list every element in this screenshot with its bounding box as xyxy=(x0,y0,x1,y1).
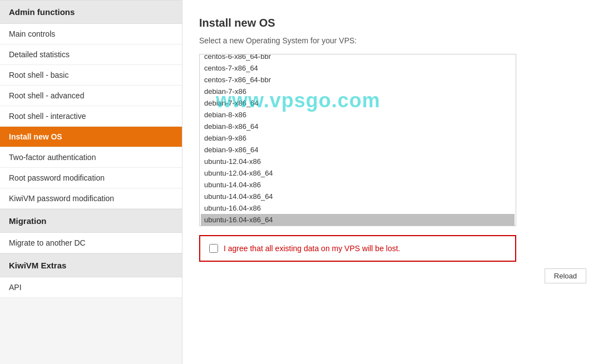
sidebar-section-header-migration: Migration xyxy=(0,209,182,233)
sidebar-item-main-controls[interactable]: Main controls xyxy=(0,24,182,44)
os-option[interactable]: ubuntu-14.04-x86_64 xyxy=(201,191,515,202)
os-option[interactable]: debian-9-x86 xyxy=(201,132,515,144)
os-option[interactable]: debian-7-x86 xyxy=(201,86,515,97)
sidebar-item-two-factor-auth[interactable]: Two-factor authentication xyxy=(0,147,182,168)
agreement-checkbox[interactable] xyxy=(209,244,218,253)
sidebar-item-install-new-os[interactable]: Install new OS xyxy=(0,127,182,147)
os-option[interactable]: ubuntu-14.04-x86 xyxy=(201,179,515,191)
os-option[interactable]: debian-8-x86_64 xyxy=(201,121,515,132)
os-select-container[interactable]: centos-6-x86_64-centos-6-x86_64-bbrcento… xyxy=(199,54,516,226)
sidebar-item-detailed-statistics[interactable]: Detailed statistics xyxy=(0,44,182,65)
sidebar-item-root-shell-basic[interactable]: Root shell - basic xyxy=(0,65,182,86)
main-content: Install new OS Select a new Operating Sy… xyxy=(182,0,603,364)
page-subtitle: Select a new Operating System for your V… xyxy=(199,36,586,45)
reload-btn-container: Reload xyxy=(269,268,586,283)
os-option[interactable]: ubuntu-12.04-x86 xyxy=(201,156,515,167)
sidebar: Admin functionsMain controlsDetailed sta… xyxy=(0,0,182,364)
agreement-box: I agree that all existing data on my VPS… xyxy=(199,235,516,262)
page-title: Install new OS xyxy=(199,17,586,29)
sidebar-item-api[interactable]: API xyxy=(0,277,182,298)
os-option[interactable]: debian-9-x86_64 xyxy=(201,144,515,156)
os-option[interactable]: ubuntu-12.04-x86_64 xyxy=(201,167,515,179)
sidebar-item-root-shell-interactive[interactable]: Root shell - interactive xyxy=(0,106,182,127)
sidebar-section-header-kiwivm-extras: KiwiVM Extras xyxy=(0,253,182,277)
sidebar-item-kiwi-password-modification[interactable]: KiwiVM password modification xyxy=(0,188,182,209)
os-option[interactable]: centos-7-x86_64-bbr xyxy=(201,74,515,86)
sidebar-item-root-password-modification[interactable]: Root password modification xyxy=(0,168,182,188)
os-option[interactable]: centos-7-x86_64 xyxy=(201,62,515,74)
sidebar-item-root-shell-advanced[interactable]: Root shell - advanced xyxy=(0,86,182,106)
agreement-text: I agree that all existing data on my VPS… xyxy=(224,244,401,253)
os-option[interactable]: debian-7-x86_64 xyxy=(201,97,515,109)
reload-button[interactable]: Reload xyxy=(545,268,586,283)
os-option[interactable]: debian-8-x86 xyxy=(201,109,515,121)
os-select[interactable]: centos-6-x86_64-centos-6-x86_64-bbrcento… xyxy=(200,54,516,226)
os-option[interactable]: ubuntu-16.04-x86_64 xyxy=(201,214,515,226)
os-option[interactable]: ubuntu-16.04-x86 xyxy=(201,202,515,214)
sidebar-section-header-admin-functions: Admin functions xyxy=(0,0,182,24)
sidebar-item-migrate-dc[interactable]: Migrate to another DC xyxy=(0,233,182,253)
os-option[interactable]: centos-6-x86_64-bbr xyxy=(201,54,515,62)
